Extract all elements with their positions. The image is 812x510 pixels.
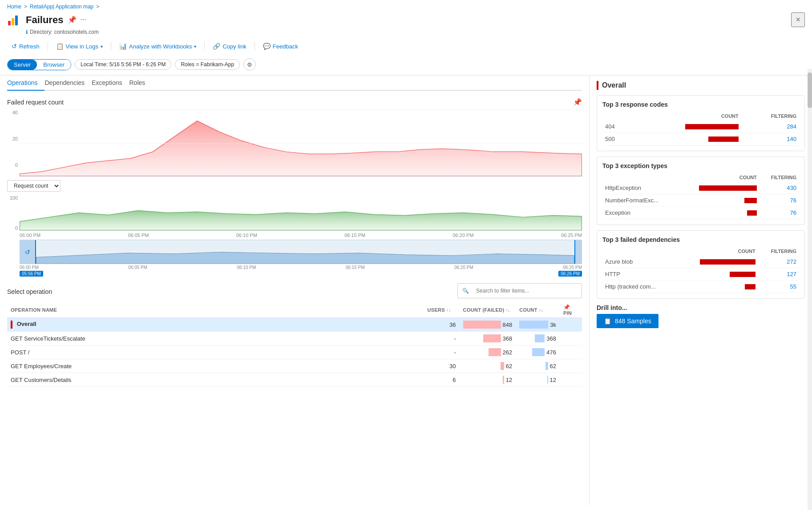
exception-count-link[interactable]: 76 xyxy=(790,209,796,216)
breadcrumb-retailapp[interactable]: RetailApp| Application map xyxy=(30,4,93,10)
samples-icon: 📋 xyxy=(604,317,611,325)
tab-roles[interactable]: Roles xyxy=(129,76,152,91)
dependency-count-link[interactable]: 127 xyxy=(787,271,796,277)
pin-icon[interactable]: 📌 xyxy=(68,16,77,24)
range-right-handle[interactable] xyxy=(574,240,582,264)
filter-icon: ⚙ xyxy=(247,61,252,68)
range-start-label: 05:56 PM xyxy=(20,271,43,277)
server-browser-toggle: Server Browser xyxy=(7,59,71,70)
page-title: Failures xyxy=(26,14,63,26)
metric-dropdown[interactable]: Request count xyxy=(7,180,61,192)
tab-exceptions[interactable]: Exceptions xyxy=(92,76,129,91)
view-logs-button[interactable]: 📋 View in Logs ▾ xyxy=(52,40,107,52)
exception-bar xyxy=(744,198,757,203)
response-codes-title: Top 3 response codes xyxy=(602,101,799,108)
count-bar xyxy=(519,321,548,329)
right-panel: Overall Top 3 response codes COUNT FILTE… xyxy=(590,76,812,506)
count-bar xyxy=(545,362,548,370)
table-row[interactable]: Http (tracked com... 55 xyxy=(602,281,799,293)
analyze-workbooks-button[interactable]: 📊 Analyze with Workbooks ▾ xyxy=(115,40,201,52)
range-chart-svg xyxy=(36,240,574,264)
col-count: COUNT ↑↓ xyxy=(516,302,560,318)
pin-chart-icon[interactable]: 📌 xyxy=(573,98,582,106)
directory-text: Directory: contosohotels.com xyxy=(30,29,99,35)
count-bar xyxy=(532,348,545,356)
filter-bar: Server Browser Local Time: 5/16 5:56 PM … xyxy=(7,56,805,75)
table-row[interactable]: Exception 76 xyxy=(602,207,799,219)
row-indicator xyxy=(11,321,12,329)
exception-bar xyxy=(747,210,757,216)
table-row[interactable]: Azure blob 272 xyxy=(602,256,799,268)
breadcrumb-home[interactable]: Home xyxy=(7,4,21,10)
refresh-icon: ↺ xyxy=(12,43,17,50)
failed-bar xyxy=(503,376,504,384)
failed-dependencies-title: Top 3 failed dependencies xyxy=(602,236,799,243)
range-icon: ↺ xyxy=(25,249,30,256)
table-row[interactable]: HTTP 127 xyxy=(602,268,799,281)
response-count-link[interactable]: 284 xyxy=(787,123,796,130)
col-pin: 📌 PIN xyxy=(560,302,582,318)
svg-rect-2 xyxy=(15,16,18,25)
range-left-handle[interactable]: ↺ xyxy=(20,240,36,264)
svg-marker-4 xyxy=(20,211,582,230)
time-range-filter[interactable]: Local Time: 5/16 5:56 PM - 6:26 PM xyxy=(75,59,171,70)
exception-count-link[interactable]: 76 xyxy=(790,197,796,204)
workbooks-arrow-icon: ▾ xyxy=(194,44,196,49)
dependency-count-link[interactable]: 55 xyxy=(790,283,796,290)
col-users: USERS ↑↓ xyxy=(424,302,460,318)
feedback-button[interactable]: 💬 Feedback xyxy=(259,40,303,52)
table-row[interactable]: GET Customers/Details 6 12 12 xyxy=(7,373,582,387)
copy-link-button[interactable]: 🔗 Copy link xyxy=(208,40,250,52)
dependency-bar xyxy=(700,259,755,265)
response-count-link[interactable]: 140 xyxy=(787,136,796,142)
range-selector[interactable]: ↺ xyxy=(20,240,582,264)
roles-filter[interactable]: Roles = Fabrikam-App xyxy=(175,59,240,70)
copy-icon: 🔗 xyxy=(213,43,220,50)
exception-count-link[interactable]: 430 xyxy=(787,185,796,191)
app-icon xyxy=(7,13,21,27)
exception-types-card: Top 3 exception types COUNT FILTERING Ht… xyxy=(597,157,805,225)
scrollbar[interactable] xyxy=(808,69,812,506)
failed-bar xyxy=(489,348,501,356)
dependency-count-link[interactable]: 272 xyxy=(787,258,796,265)
table-row[interactable]: HttpException 430 xyxy=(602,182,799,194)
range-end-label: 06:26 PM xyxy=(558,271,582,277)
table-row[interactable]: POST / - 262 476 xyxy=(7,345,582,359)
samples-button[interactable]: 📋 848 Samples xyxy=(597,314,658,328)
col-operation-name: OPERATION NAME xyxy=(7,302,424,318)
overall-title: Overall xyxy=(602,81,626,89)
failed-dependencies-card: Top 3 failed dependencies COUNT FILTERIN… xyxy=(597,230,805,299)
dependency-bar xyxy=(745,284,755,289)
tab-operations[interactable]: Operations xyxy=(7,76,44,91)
server-toggle[interactable]: Server xyxy=(8,60,37,70)
search-input[interactable] xyxy=(472,285,577,296)
browser-toggle[interactable]: Browser xyxy=(37,60,71,70)
filter-settings-button[interactable]: ⚙ xyxy=(243,58,256,71)
more-icon[interactable]: ··· xyxy=(80,16,86,24)
left-panel: Operations Dependencies Exceptions Roles… xyxy=(0,76,590,506)
close-button[interactable]: × xyxy=(791,12,805,27)
failed-request-chart xyxy=(20,110,582,177)
failed-bar xyxy=(483,334,501,342)
table-row[interactable]: 500 140 xyxy=(602,133,799,145)
svg-marker-5 xyxy=(36,252,574,264)
table-row[interactable]: GET ServiceTickets/Escalate - 368 368 xyxy=(7,332,582,345)
dependency-bar xyxy=(730,272,755,277)
col-failed: COUNT (FAILED) ↑↓ xyxy=(460,302,516,318)
table-row[interactable]: Overall 36 848 3k xyxy=(7,318,582,332)
search-container: 🔍 xyxy=(457,283,582,298)
response-bar xyxy=(708,137,739,142)
select-operation-label: Select operation xyxy=(7,288,52,295)
exception-types-title: Top 3 exception types xyxy=(602,162,799,169)
refresh-button[interactable]: ↺ Refresh xyxy=(7,40,44,52)
table-row[interactable]: 404 284 xyxy=(602,120,799,133)
dropdown-arrow-icon: ▾ xyxy=(101,44,103,49)
tab-dependencies[interactable]: Dependencies xyxy=(44,76,92,91)
scrollbar-thumb[interactable] xyxy=(808,72,812,108)
table-row[interactable]: NumberFormatExc... 76 xyxy=(602,194,799,207)
response-bar xyxy=(685,124,739,129)
response-codes-card: Top 3 response codes COUNT FILTERING 404 xyxy=(597,95,805,151)
svg-marker-3 xyxy=(20,121,582,176)
chart-title: Failed request count xyxy=(7,99,64,106)
table-row[interactable]: GET Employees/Create 30 62 62 xyxy=(7,359,582,373)
